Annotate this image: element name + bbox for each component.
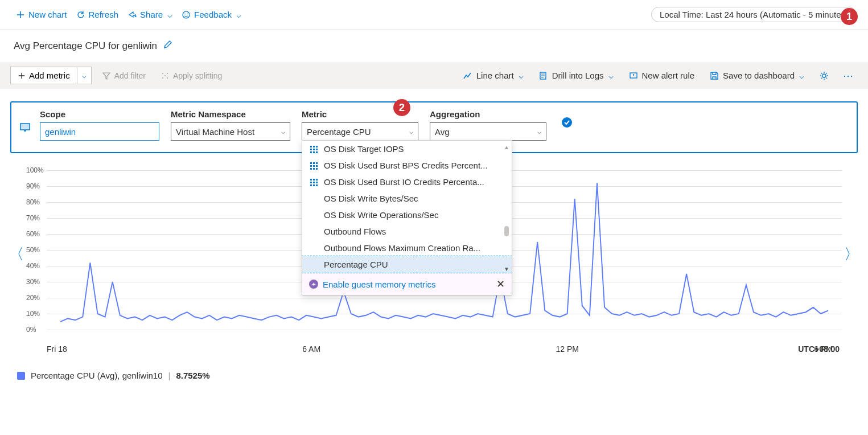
prev-time-button[interactable]: 〈	[9, 244, 24, 264]
metric-option[interactable]: Outbound Flows Maximum Creation Ra...	[302, 240, 512, 256]
metric-option[interactable]: Percentage CPU	[302, 256, 512, 273]
legend-swatch	[17, 372, 25, 380]
save-icon	[709, 71, 719, 81]
filter-icon	[102, 71, 111, 80]
namespace-value: Virtual Machine Host	[176, 127, 254, 137]
smiley-icon	[182, 10, 191, 19]
add-metric-button[interactable]: Add metric	[10, 67, 77, 84]
chart-legend: Percentage CPU (Avg), genliwin10 | 8.752…	[0, 364, 868, 387]
y-tick-label: 90%	[26, 182, 40, 190]
y-tick-label: 100%	[26, 166, 44, 174]
apply-check-icon[interactable]	[561, 117, 573, 131]
add-metric-dropdown[interactable]: ⌵	[77, 67, 92, 84]
svg-point-4	[167, 73, 168, 74]
next-time-button[interactable]: 〉	[844, 244, 859, 264]
save-dashboard-button[interactable]: Save to dashboard ⌵	[705, 68, 809, 83]
edit-title-button[interactable]	[163, 40, 172, 51]
enable-guest-metrics-link[interactable]: Enable guest memory metrics	[323, 280, 435, 289]
namespace-label: Metric Namespace	[171, 109, 290, 119]
timezone-label: UTC+08:00	[798, 344, 840, 354]
feedback-button[interactable]: Feedback ⌵	[177, 7, 246, 22]
time-range-picker[interactable]: Local Time: Last 24 hours (Automatic - 5…	[651, 7, 857, 22]
refresh-icon	[76, 10, 85, 19]
svg-point-0	[183, 11, 190, 18]
scope-value: genliwin	[45, 127, 76, 137]
legend-value: 8.7525%	[176, 371, 209, 380]
y-tick-label: 50%	[26, 246, 40, 254]
metric-option[interactable]: OS Disk Used Burst BPS Credits Percent..…	[302, 157, 512, 174]
y-tick-label: 10%	[26, 310, 40, 318]
metric-option[interactable]: OS Disk Used Burst IO Credits Percenta..…	[302, 174, 512, 190]
scrollbar-thumb[interactable]	[504, 226, 509, 236]
gear-icon	[819, 71, 829, 81]
scatter-icon	[309, 178, 318, 187]
metric-option[interactable]: OS Disk Target IOPS	[302, 141, 512, 157]
scroll-down-icon[interactable]: ▼	[504, 266, 509, 272]
callout-2: 2	[393, 99, 410, 116]
namespace-selector[interactable]: Virtual Machine Host ⌵	[171, 122, 290, 141]
chevron-down-icon: ⌵	[167, 10, 172, 20]
feedback-label: Feedback	[194, 10, 232, 19]
svg-rect-11	[20, 124, 30, 130]
more-button[interactable]: ⋯	[840, 69, 858, 82]
close-icon[interactable]: ✕	[496, 278, 505, 290]
chevron-down-icon: ⌵	[608, 71, 614, 81]
settings-button[interactable]	[814, 68, 834, 83]
aggregation-selector[interactable]: Avg ⌵	[430, 122, 546, 141]
callout-1: 1	[841, 8, 858, 25]
split-icon	[161, 71, 170, 80]
share-button[interactable]: Share ⌵	[123, 7, 177, 22]
logs-icon	[538, 71, 549, 81]
scope-selector[interactable]: genliwin	[40, 122, 159, 141]
save-dashboard-label: Save to dashboard	[723, 71, 795, 80]
y-tick-label: 80%	[26, 198, 40, 206]
plus-icon	[16, 10, 25, 19]
new-chart-label: New chart	[28, 10, 67, 19]
secondary-toolbar: Add metric ⌵ Add filter Apply splitting …	[0, 62, 868, 89]
x-tick-label: 12 PM	[556, 344, 578, 354]
metric-option-label: OS Disk Target IOPS	[324, 144, 404, 154]
line-chart-icon	[463, 71, 473, 81]
legend-separator: |	[168, 371, 171, 380]
metric-option-label: Percentage CPU	[324, 260, 388, 269]
x-tick-label: Fri 18	[47, 344, 67, 354]
scatter-icon	[309, 145, 318, 154]
metric-option-label: Outbound Flows	[324, 227, 386, 236]
legend-series-name: Percentage CPU (Avg), genliwin10	[31, 371, 163, 380]
x-tick-label: 6 AM	[302, 344, 320, 354]
y-tick-label: 40%	[26, 262, 40, 270]
chevron-down-icon: ⌵	[236, 10, 241, 20]
refresh-label: Refresh	[89, 10, 119, 19]
new-chart-button[interactable]: New chart	[11, 7, 72, 22]
plus-icon	[18, 72, 26, 80]
chart-title: Avg Percentage CPU for genliwin	[0, 30, 868, 62]
dropdown-footer: ✦ Enable guest memory metrics ✕	[302, 273, 512, 295]
metric-field: 2 Metric Percentage CPU ⌵ ▲ OS Disk Targ…	[302, 109, 418, 141]
metric-option[interactable]: Outbound Flows	[302, 223, 512, 240]
y-tick-label: 70%	[26, 214, 40, 222]
svg-point-12	[562, 117, 572, 128]
share-icon	[127, 10, 137, 19]
apply-splitting-button: Apply splitting	[156, 69, 227, 83]
apply-splitting-label: Apply splitting	[173, 71, 222, 80]
metric-selector[interactable]: Percentage CPU ⌵ ▲ OS Disk Target IOPSOS…	[302, 122, 418, 141]
chevron-down-icon: ⌵	[799, 71, 804, 81]
chart-title-text: Avg Percentage CPU for genliwin	[14, 40, 157, 51]
metric-option-label: OS Disk Write Operations/Sec	[324, 210, 438, 220]
svg-point-5	[162, 77, 163, 79]
svg-point-10	[822, 74, 826, 77]
metric-option[interactable]: OS Disk Write Bytes/Sec	[302, 190, 512, 207]
drill-logs-button[interactable]: Drill into Logs ⌵	[534, 68, 618, 83]
refresh-button[interactable]: Refresh	[72, 7, 124, 22]
metric-config-bar: Scope genliwin Metric Namespace Virtual …	[10, 101, 858, 153]
scroll-up-icon[interactable]: ▲	[504, 144, 509, 150]
add-filter-button: Add filter	[97, 69, 150, 83]
scope-field: Scope genliwin	[40, 109, 159, 141]
chart-type-selector[interactable]: Line chart ⌵	[458, 68, 528, 83]
metric-option[interactable]: OS Disk Write Operations/Sec	[302, 207, 512, 223]
metric-dropdown: ▲ OS Disk Target IOPSOS Disk Used Burst …	[302, 140, 512, 296]
chevron-down-icon: ⌵	[519, 71, 524, 81]
top-toolbar: New chart Refresh Share ⌵ Feedback ⌵ Loc…	[0, 0, 868, 30]
metric-option-label: OS Disk Write Bytes/Sec	[324, 194, 418, 203]
new-alert-button[interactable]: New alert rule	[624, 68, 700, 83]
